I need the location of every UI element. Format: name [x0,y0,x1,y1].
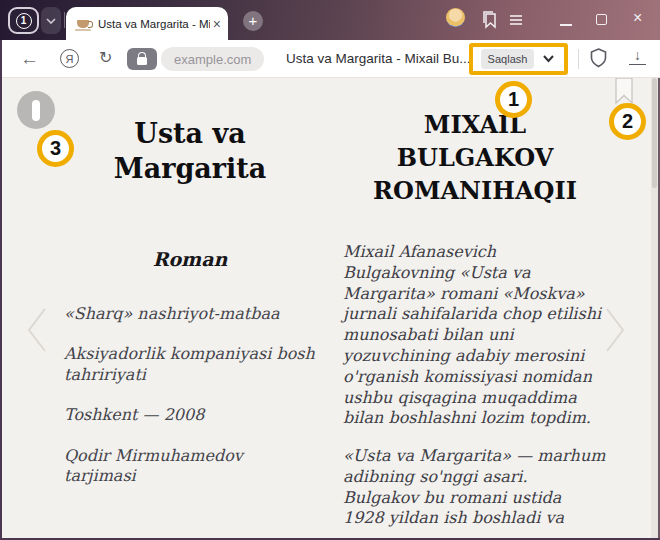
book-subtitle: Roman [64,248,316,270]
previous-page-arrow[interactable] [24,306,50,354]
address-page-title: Usta va Margarita - Mixail Bu... [286,40,471,78]
tab-close-icon[interactable]: × [213,17,221,31]
reader-content: 1 2 3 Usta va Margarita Roman «Sharq» na… [0,78,660,540]
minimize-icon[interactable] [560,24,572,26]
window-close-icon[interactable]: × [633,10,642,26]
publisher-block: «Sharq» nashriyot-matbaa Aksiyadorlik ko… [64,304,316,507]
title-bar: 1 Usta va Margarita - Mixa × + × [0,0,660,40]
menu-icon[interactable] [509,14,523,26]
chevron-down-icon [46,18,56,24]
tab-counter-button[interactable]: 1 [8,7,39,34]
save-options-chevron-icon[interactable] [542,54,555,63]
tab-title: Usta va Margarita - Mixa [98,18,210,30]
bookmarks-panel-icon[interactable] [481,10,498,29]
publisher-line: Aksiyadorlik kompaniyasi bosh tahririyat… [64,344,316,385]
chapter-heading-line: BULGAKOV [343,141,607,174]
publisher-line: «Sharq» nashriyot-matbaa [64,304,316,324]
book-page-left: Usta va Margarita Roman «Sharq» nashriyo… [64,78,316,540]
bookmark-ribbon-icon[interactable] [615,78,633,105]
body-paragraph: «Usta va Margarita» — marhum adibning so… [343,446,607,529]
profile-avatar[interactable] [446,8,465,27]
browser-window: 1 Usta va Margarita - Mixa × + × ← [0,0,660,540]
yandex-home-icon[interactable]: Я [60,49,79,68]
back-icon[interactable]: ← [20,48,39,70]
secure-lock-chip[interactable] [127,48,157,70]
titlebar-divider [64,12,65,28]
address-url-chip[interactable]: example.com [161,47,264,71]
chapter-heading: MIXAIL BULGAKOV ROMANIHAQII [343,108,607,207]
body-paragraph: Mixail Afanasevich Bulgakovning «Usta va… [343,242,607,429]
download-icon[interactable]: ↓ [629,47,646,65]
refresh-icon[interactable]: ↻ [99,48,112,67]
chapter-heading-line: MIXAIL [343,108,607,141]
maximize-icon[interactable] [596,14,607,25]
menu-handle-icon [32,100,40,121]
new-tab-button[interactable]: + [243,11,263,31]
teacup-favicon-icon [77,20,89,28]
scrollbar-thumb[interactable] [652,78,657,188]
book-page-right: MIXAIL BULGAKOV ROMANIHAQII Mixail Afana… [343,78,607,540]
book-title: Usta va Margarita [64,116,316,186]
browser-tab[interactable]: Usta va Margarita - Mixa × [66,7,228,40]
scrollbar[interactable] [651,78,658,540]
book-title-line: Usta va [64,116,316,151]
tab-count-badge: 1 [16,13,32,29]
protect-shield-icon[interactable] [589,47,608,70]
chapter-heading-line: ROMANIHAQII [343,174,607,207]
browser-toolbar: ← Я ↻ example.com Usta va Margarita - Mi… [0,40,660,78]
toolbar-divider [578,49,579,69]
save-button[interactable]: Saqlash [481,49,534,69]
window-border [0,40,2,540]
annotation-callout-2: 2 [609,103,646,140]
annotation-callout-3: 3 [37,130,74,167]
reader-menu-button[interactable] [17,91,55,129]
publisher-line: Toshkent — 2008 [64,405,316,425]
publisher-line: Qodir Mirmuhamedov tarjimasi [64,446,316,487]
tab-list-chevron-button[interactable] [41,7,61,34]
book-title-line: Margarita [64,151,316,186]
annotation-callout-1: 1 [495,81,532,118]
